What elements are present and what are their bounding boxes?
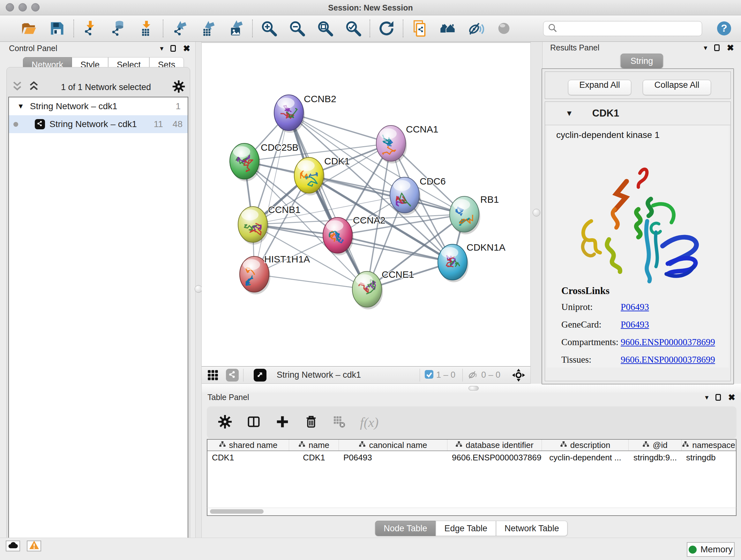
right-panel-splitter[interactable] <box>530 42 542 384</box>
column-header-canonical-name[interactable]: canonical name <box>339 440 448 450</box>
horizontal-splitter[interactable] <box>202 384 741 393</box>
close-panel-icon[interactable]: ✖ <box>728 394 735 401</box>
node-CCNE1[interactable]: CCNE1 <box>352 269 414 309</box>
tab-edge-table[interactable]: Edge Table <box>435 521 496 536</box>
column-header-name[interactable]: name <box>289 440 339 450</box>
tab-network-table[interactable]: Network Table <box>496 521 568 536</box>
help-icon[interactable]: ? <box>716 20 733 37</box>
memory-button[interactable]: Memory <box>687 542 735 557</box>
table-cell[interactable]: P06493 <box>339 453 448 462</box>
float-panel-icon[interactable] <box>171 45 176 52</box>
table-horizontal-scrollbar[interactable] <box>207 508 737 516</box>
table-cell[interactable]: CDK1 <box>207 453 289 462</box>
zoom-in-icon[interactable] <box>260 20 278 37</box>
export-image-icon[interactable] <box>227 20 245 37</box>
node-HIST1H1A[interactable]: HIST1H1A <box>240 254 310 294</box>
zoom-selected-icon[interactable] <box>345 20 362 37</box>
network-label: String Network – cdk1 <box>50 119 137 129</box>
panel-menu-caret-icon[interactable]: ▾ <box>160 44 163 53</box>
column-header-database-identifier[interactable]: database identifier <box>448 440 542 450</box>
crosslink-link[interactable]: 9606.ENSP00000378699 <box>621 337 715 348</box>
crosslink-link[interactable]: P06493 <box>621 302 649 312</box>
network-row-selected[interactable]: String Network – cdk1 11 48 <box>9 115 188 133</box>
show-columns-icon[interactable] <box>246 415 261 430</box>
column-header-namespace[interactable]: namespace <box>682 440 736 450</box>
collapse-all-networks-icon[interactable] <box>11 80 23 94</box>
tree-expand-caret-icon[interactable]: ▼ <box>17 102 24 111</box>
import-database-icon[interactable] <box>110 20 127 37</box>
table-cell[interactable]: 9606.ENSP00000378699 <box>448 453 542 462</box>
right-splitter-handle[interactable] <box>533 209 540 216</box>
left-panel-splitter[interactable] <box>195 42 202 538</box>
network-collection-row[interactable]: ▼ String Network – cdk1 1 <box>9 98 188 115</box>
node-RB1[interactable]: RB1 <box>450 194 499 234</box>
panel-menu-caret-icon[interactable]: ▾ <box>705 393 709 401</box>
panel-menu-caret-icon[interactable]: ▾ <box>704 44 707 52</box>
document-network-icon[interactable] <box>411 20 428 37</box>
save-session-icon[interactable] <box>49 20 66 37</box>
refresh-icon[interactable] <box>378 20 395 37</box>
edge-HIST1H1A-CCNE1[interactable] <box>254 274 367 289</box>
cdk1-section-header[interactable]: ▼ CDK1 <box>545 102 731 125</box>
crosslink-link[interactable]: P06493 <box>621 319 649 330</box>
zoom-out-icon[interactable] <box>288 20 306 37</box>
float-panel-icon[interactable] <box>716 394 721 401</box>
crosslink-link[interactable]: 9606.ENSP00000378699 <box>621 354 715 365</box>
add-column-icon[interactable] <box>275 415 290 430</box>
table-panel: Table Panel ▾ ✖ f(x) shared namenamecano… <box>202 393 741 538</box>
hide-eye-icon[interactable] <box>467 20 484 37</box>
delete-column-icon[interactable] <box>304 415 319 430</box>
import-network-icon[interactable] <box>82 20 99 37</box>
selected-nodes-checkbox[interactable] <box>424 370 434 380</box>
node-CDC25B[interactable]: CDC25B <box>230 142 298 181</box>
import-table-icon[interactable] <box>138 20 155 37</box>
table-cell[interactable]: stringdb <box>682 453 736 462</box>
close-panel-icon[interactable]: ✖ <box>183 45 190 52</box>
crosslink-row: GeneCard: P06493 <box>561 319 715 330</box>
home-pair-icon[interactable] <box>439 20 456 37</box>
column-header--id[interactable]: @id <box>629 440 682 450</box>
section-collapse-caret-icon[interactable]: ▼ <box>565 109 573 118</box>
export-network-icon[interactable] <box>171 20 188 37</box>
edge-CCNB2-HIST1H1A[interactable] <box>254 113 289 274</box>
collapse-all-button[interactable]: Collapse All <box>643 80 711 95</box>
left-splitter-handle[interactable] <box>195 285 202 293</box>
detach-view-icon[interactable] <box>254 369 266 381</box>
network-options-gear-icon[interactable] <box>172 80 185 95</box>
network-canvas[interactable]: CCNB2CCNA1CDC25BCDK1CDC6RB1CCNB1CCNA2CDK… <box>202 43 530 366</box>
node-CCNB1[interactable]: CCNB1 <box>238 204 300 245</box>
tab-node-table[interactable]: Node Table <box>375 521 435 536</box>
node-CCNA1[interactable]: CCNA1 <box>376 124 439 164</box>
node-CDKN1A[interactable]: CDKN1A <box>438 242 506 282</box>
grid-view-icon[interactable] <box>205 367 220 384</box>
scrollbar-thumb[interactable] <box>210 509 264 514</box>
export-table-icon[interactable] <box>199 20 216 37</box>
hidden-eye-icon[interactable] <box>467 369 479 381</box>
search-input[interactable] <box>557 23 691 34</box>
table-options-gear-icon[interactable] <box>218 415 232 430</box>
cloud-status-button[interactable] <box>6 541 20 551</box>
table-cell[interactable]: stringdb:9... <box>629 453 682 462</box>
expand-all-networks-icon[interactable] <box>28 80 40 94</box>
expand-all-button[interactable]: Expand All <box>568 80 631 95</box>
birds-eye-crosshair-icon[interactable] <box>510 367 527 384</box>
table-cell[interactable]: CDK1 <box>289 453 339 462</box>
node-CDK1[interactable]: CDK1 <box>294 156 350 195</box>
horizontal-splitter-handle[interactable] <box>468 386 479 390</box>
network-tree: ▼ String Network – cdk1 1 String Network… <box>8 97 188 560</box>
eye-ball-icon[interactable] <box>495 20 513 37</box>
table-cell[interactable]: cyclin-dependent ... <box>542 453 629 462</box>
tab-string[interactable]: String <box>621 54 663 68</box>
column-header-shared-name[interactable]: shared name <box>207 440 289 450</box>
search-box[interactable] <box>543 21 702 36</box>
column-header-description[interactable]: description <box>542 440 629 450</box>
edge-CCNA2-CDKN1A[interactable] <box>338 235 453 262</box>
table-row[interactable]: CDK1CDK1P064939606.ENSP00000378699cyclin… <box>207 451 736 464</box>
node-CDC6[interactable]: CDC6 <box>390 176 446 215</box>
share-network-badge-icon[interactable] <box>226 369 239 381</box>
open-session-icon[interactable] <box>20 20 38 37</box>
zoom-fit-icon[interactable] <box>317 20 334 37</box>
float-panel-icon[interactable] <box>714 44 720 51</box>
warnings-button[interactable] <box>27 541 41 551</box>
close-panel-icon[interactable]: ✖ <box>727 45 734 51</box>
